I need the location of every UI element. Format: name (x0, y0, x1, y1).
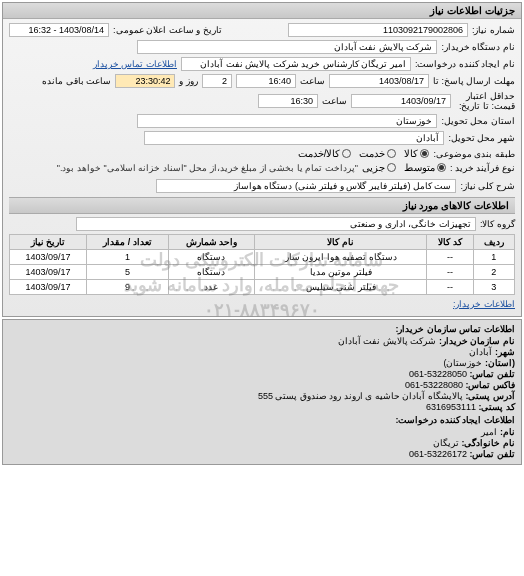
price-validity-time-label: ساعت (322, 96, 347, 106)
items-table: ردیفکد کالانام کالاواحد شمارشتعداد / مقد… (9, 234, 515, 295)
requester-value: امیر تریگان کارشناس خرید شرکت پالایش نفت… (181, 57, 411, 71)
radio-icon (342, 149, 351, 158)
table-row: 3--فیلتر شنی سیلیسعدد91403/09/17 (10, 280, 515, 295)
item-group-label: گروه کالا: (480, 219, 515, 229)
req-creator-title: اطلاعات ایجاد کننده درخواست: (9, 415, 515, 425)
remain-days-value: 2 (202, 74, 232, 88)
col-header: کد کالا (427, 235, 473, 250)
requester-label: نام ایجاد کننده درخواست: (415, 59, 515, 69)
price-validity-date: 1403/09/17 (351, 94, 451, 108)
footer-title: اطلاعات تماس سازمان خریدار: (9, 324, 515, 334)
radio-goods[interactable]: کالا (404, 148, 429, 159)
need-title-value: ست کامل (فیلتر فایبر گلاس و فیلتر شنی) د… (156, 179, 456, 193)
subject-group-radios: کالا خدمت کالا/خدمت (298, 148, 430, 159)
buy-note: "پرداخت تمام یا بخشی از مبلغ خرید،از محل… (57, 163, 358, 173)
radio-icon (387, 149, 396, 158)
buyer-info-link[interactable]: اطلاعات خریدار: (453, 299, 515, 309)
col-header: ردیف (473, 235, 514, 250)
radio-partial[interactable]: جزیی (362, 162, 396, 173)
remain-time-value: 23:30:42 (115, 74, 175, 88)
radio-goods-service[interactable]: کالا/خدمت (298, 148, 352, 159)
table-row: 1--دستگاه تصفیه هوا ایرون ساردستگاه11403… (10, 250, 515, 265)
items-header-row: ردیفکد کالانام کالاواحد شمارشتعداد / مقد… (10, 235, 515, 250)
need-title-label: شرح کلی نیاز: (460, 181, 515, 191)
radio-icon (420, 149, 429, 158)
radio-icon (437, 163, 446, 172)
buyer-value: شرکت پالایش نفت آبادان (137, 40, 437, 54)
col-header: تعداد / مقدار (87, 235, 169, 250)
col-header: نام کالا (255, 235, 427, 250)
subject-group-label: طبقه بندی موضوعی: (433, 149, 515, 159)
footer-org: شرکت پالایش نفت آبادان (338, 336, 437, 346)
need-no-value: 1103092179002806 (288, 23, 468, 37)
buyer-label: نام دستگاه خریدار: (441, 42, 515, 52)
province-value: خوزستان (137, 114, 437, 128)
city-value: آبادان (144, 131, 444, 145)
deadline-date-value: 1403/08/17 (329, 74, 429, 88)
province-label: استان محل تحویل: (441, 116, 515, 126)
footer-post-code: 6316953111 (426, 402, 476, 412)
col-header: تاریخ نیاز (10, 235, 87, 250)
items-section-title: اطلاعات کالاهای مورد نیاز (9, 197, 515, 214)
radio-medium[interactable]: متوسط (404, 162, 446, 173)
buyer-contact-link[interactable]: اطلاعات تماس خریدار (93, 59, 177, 69)
deadline-time-value: 16:40 (236, 74, 296, 88)
city-label: شهر محل تحویل: (448, 133, 515, 143)
deadline-label: مهلت ارسال پاسخ: تا (433, 76, 515, 86)
radio-service[interactable]: خدمت (359, 148, 396, 159)
need-no-label: شماره نیاز: (472, 25, 515, 35)
remain-days-label: روز و (179, 76, 198, 86)
panel-title: جزئیات اطلاعات نیاز (3, 3, 521, 19)
radio-icon (387, 163, 396, 172)
footer-fax: 53228080-061 (405, 380, 463, 390)
remain-time-label: ساعت باقی مانده (42, 76, 111, 86)
footer-fname: امیر (481, 427, 497, 437)
footer-city: آبادان (469, 347, 492, 357)
buy-type-radios: متوسط جزیی (362, 162, 446, 173)
footer-province: خوزستان) (443, 358, 482, 368)
col-header: واحد شمارش (168, 235, 254, 250)
item-group-value: تجهیزات خانگی، اداری و صنعتی (76, 217, 476, 231)
price-validity-label: حداقل اعتبار قیمت: تا تاریخ: (455, 91, 515, 111)
footer-lname: تریگان (433, 438, 459, 448)
footer-post-addr: پالایشگاه آبادان حاشیه ی اروند رود صندوق… (258, 391, 463, 401)
footer-panel: اطلاعات تماس سازمان خریدار: نام سازمان خ… (2, 319, 522, 465)
price-validity-time: 16:30 (258, 94, 318, 108)
details-panel: جزئیات اطلاعات نیاز شماره نیاز: 11030921… (2, 2, 522, 317)
public-date-value: 1403/08/14 - 16:32 (9, 23, 109, 37)
deadline-time-label: ساعت (300, 76, 325, 86)
footer-req-phone: 53226172-061 (409, 449, 467, 459)
public-date-label: تاریخ و ساعت اعلان عمومی: (113, 25, 222, 35)
buy-type-label: نوع فرآیند خرید : (450, 163, 515, 173)
footer-phone: 53228050-061 (409, 369, 467, 379)
table-row: 2--فیلتر موتین مدیادستگاه51403/09/17 (10, 265, 515, 280)
items-tbody: 1--دستگاه تصفیه هوا ایرون ساردستگاه11403… (10, 250, 515, 295)
